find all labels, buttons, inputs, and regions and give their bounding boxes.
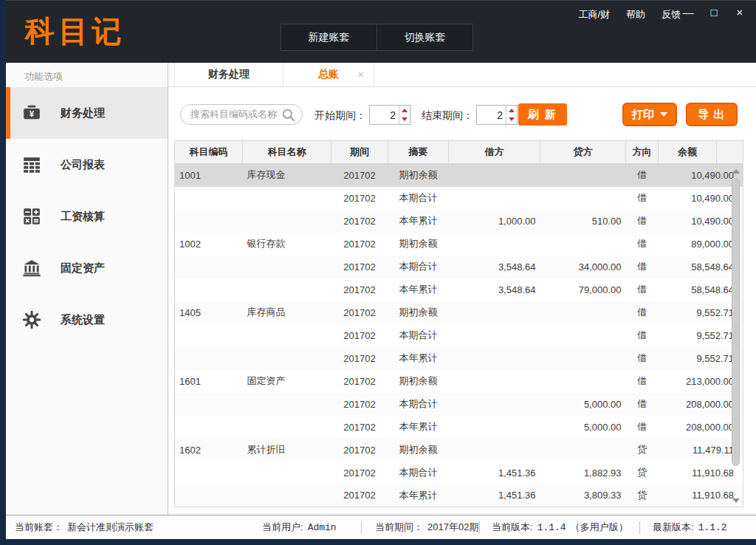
start-period-stepper — [369, 105, 410, 125]
sidebar-item-fixed-assets[interactable]: 固定资产 — [6, 242, 168, 294]
table-row[interactable]: 201702 本期合计 1,451.36 1,882.93 贷 11,910.6… — [175, 462, 743, 484]
col-header-period: 期间 — [331, 141, 388, 164]
latest-version: 最新版本: 1.1.2 — [653, 515, 727, 539]
version-value: 1.1.4 — [537, 522, 566, 533]
minimize-icon[interactable]: — — [682, 6, 694, 18]
table-row[interactable]: 201702 本期合计 5,000.00 借 208,000.00 — [175, 393, 743, 416]
cell-name — [243, 324, 331, 347]
current-period: 当前期间： 2017年02期 — [375, 515, 478, 539]
menu-item-help[interactable]: 帮助 — [626, 8, 645, 21]
end-period-input[interactable] — [477, 106, 506, 124]
refresh-button[interactable]: 刷 新 — [518, 103, 567, 126]
cell-direction: 借 — [626, 347, 659, 370]
cell-credit: 3,809.33 — [540, 484, 626, 507]
tab-close-icon[interactable]: × — [357, 68, 364, 80]
user-label: 当前用户: — [262, 521, 303, 534]
cell-name: 库存商品 — [243, 301, 331, 324]
tab-finance-processing[interactable]: 财务处理 — [174, 63, 284, 86]
cell-period: 201702 — [331, 324, 388, 347]
maximize-icon[interactable]: □ — [708, 6, 720, 18]
sidebar-item-finance-processing[interactable]: ¥ 财务处理 — [6, 87, 168, 139]
spinner-down-button[interactable] — [506, 115, 517, 125]
table-row[interactable]: 201702 本年累计 3,548.64 79,000.00 借 58,548.… — [175, 278, 743, 301]
switch-account-set-button[interactable]: 切换账套 — [377, 24, 473, 51]
cell-credit — [540, 324, 626, 347]
cell-credit — [540, 370, 626, 393]
table-row[interactable]: 201702 本年累计 借 9,552.71 — [175, 347, 743, 370]
table-row[interactable]: 1002 银行存款 201702 期初余额 借 89,000.00 — [175, 233, 743, 256]
main-content: 财务处理 总账 × 开始期间： — [168, 63, 756, 515]
cell-code: 1405 — [175, 301, 243, 324]
window-controls: — □ × — [682, 6, 746, 18]
sidebar-item-system-settings[interactable]: 系统设置 — [6, 294, 168, 346]
start-period-input[interactable] — [370, 106, 399, 124]
cell-direction: 贷 — [626, 484, 659, 507]
cell-name: 累计折旧 — [243, 439, 331, 462]
table-row[interactable]: 1405 库存商品 201702 期初余额 借 9,552.71 — [175, 301, 743, 324]
cell-summary: 本年累计 — [388, 210, 449, 233]
print-button[interactable]: 打印 — [622, 103, 677, 126]
sidebar-item-payroll[interactable]: 工资核算 — [6, 191, 168, 242]
menu-item-business-finance[interactable]: 工商/财 — [578, 8, 610, 21]
vertical-scrollbar — [730, 168, 741, 504]
sidebar-item-company-reports[interactable]: 公司报表 — [6, 139, 168, 191]
cell-direction: 借 — [626, 164, 659, 187]
scrollbar-thumb[interactable] — [732, 178, 740, 466]
cell-period: 201702 — [331, 278, 388, 301]
cell-credit: 34,000.00 — [540, 256, 626, 278]
sidebar-item-label: 固定资产 — [61, 261, 105, 275]
table-row[interactable]: 201702 本年累计 1,451.36 3,809.33 贷 11,910.6… — [175, 484, 743, 507]
spinner-up-button[interactable] — [399, 106, 410, 115]
cell-code: 1002 — [175, 233, 243, 256]
menu-item-feedback[interactable]: 反馈 — [662, 8, 681, 21]
cell-debit: 3,548.64 — [449, 278, 540, 301]
close-icon[interactable]: × — [734, 6, 746, 18]
app-window: 科目记 新建账套 切换账套 工商/财 帮助 反馈 — □ × 功能选项 — [6, 0, 756, 539]
active-indicator-bar — [6, 87, 10, 139]
spinner-down-button[interactable] — [399, 115, 410, 125]
table-row[interactable]: 1602 累计折旧 201702 期初余额 贷 11,479.11 — [175, 439, 743, 462]
table-row[interactable]: 1001 库存现金 201702 期初余额 借 10,490.00 — [175, 164, 743, 187]
start-period-label: 开始期间： — [315, 109, 366, 123]
cell-name: 固定资产 — [243, 370, 331, 393]
cell-period: 201702 — [331, 416, 388, 439]
cell-credit — [540, 347, 626, 370]
gear-icon — [22, 310, 41, 329]
cell-name — [243, 393, 331, 416]
table-row[interactable]: 201702 本期合计 3,548.64 34,000.00 借 58,548.… — [175, 256, 743, 278]
table-row[interactable]: 201702 本年累计 5,000.00 借 208,000.00 — [175, 416, 743, 439]
scroll-up-arrow-icon[interactable] — [732, 169, 740, 174]
current-account-set: 当前账套： 新会计准则演示账套 — [15, 515, 154, 539]
spinner-up-button[interactable] — [506, 106, 517, 115]
cell-direction: 借 — [626, 324, 659, 347]
col-header-summary: 摘要 — [388, 141, 449, 164]
table-row[interactable]: 201702 本年累计 1,000.00 510.00 借 10,490.00 — [175, 210, 743, 233]
cell-period: 201702 — [331, 210, 388, 233]
cell-summary: 本年累计 — [388, 484, 449, 507]
table-row[interactable]: 1601 固定资产 201702 期初余额 借 213,000.00 — [175, 370, 743, 393]
ledger-table: 科目编码 科目名称 期间 摘要 借方 贷方 方向 余额 1001 库存现金 20 — [174, 140, 743, 507]
cell-credit — [540, 187, 626, 210]
cell-name — [243, 347, 331, 370]
cell-direction: 借 — [626, 416, 659, 439]
table-row[interactable]: 201702 本期合计 借 10,490.00 — [175, 187, 743, 210]
scroll-down-arrow-icon[interactable] — [732, 498, 740, 503]
col-header-code: 科目编码 — [175, 141, 243, 164]
cell-period: 201702 — [331, 347, 388, 370]
tab-label: 财务处理 — [208, 68, 250, 81]
cell-summary: 本期合计 — [388, 256, 449, 278]
search-icon — [281, 108, 296, 126]
cell-debit — [449, 187, 540, 210]
cell-debit — [449, 393, 540, 416]
cell-debit: 3,548.64 — [449, 256, 540, 278]
search-input[interactable] — [190, 109, 278, 120]
new-account-set-button[interactable]: 新建账套 — [281, 24, 377, 51]
cell-credit: 510.00 — [540, 210, 626, 233]
cell-code — [175, 416, 243, 439]
table-row[interactable]: 201702 本期合计 借 9,552.71 — [175, 324, 743, 347]
cell-code: 1601 — [175, 370, 243, 393]
tab-general-ledger[interactable]: 总账 × — [283, 63, 374, 86]
export-button[interactable]: 导 出 — [686, 103, 738, 126]
cell-code — [175, 462, 243, 484]
cell-debit: 1,451.36 — [449, 484, 540, 507]
